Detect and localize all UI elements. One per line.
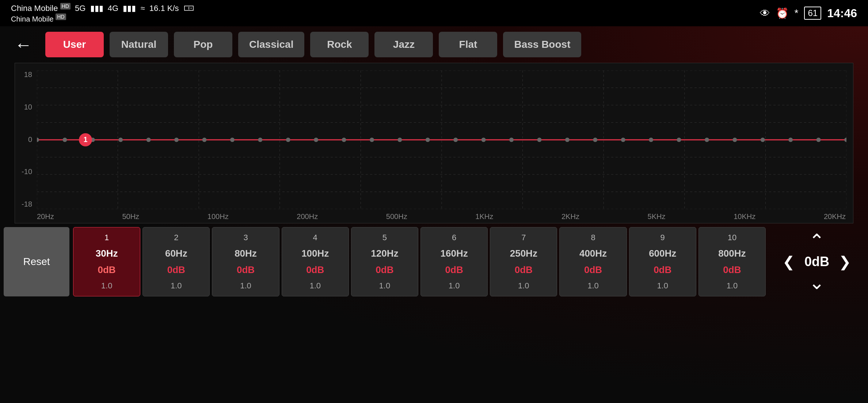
- band-cell-1[interactable]: 1 30Hz 0dB 1.0: [73, 227, 140, 296]
- band-cell-6[interactable]: 6 160Hz 0dB 1.0: [420, 227, 488, 296]
- preset-btn-classical[interactable]: Classical: [238, 32, 304, 57]
- band-cell-8[interactable]: 8 400Hz 0dB 1.0: [559, 227, 627, 296]
- bands-area: 1 30Hz 0dB 1.0 2 60Hz 0dB 1.0 3 80Hz 0dB…: [73, 227, 766, 296]
- eq-chart: 18 10 0 -10 -18 20Hz 50Hz 100Hz 200Hz 50…: [15, 63, 853, 223]
- nav-down-button[interactable]: ⌄: [809, 273, 825, 292]
- x-axis: 20Hz 50Hz 100Hz 200Hz 500Hz 1KHz 2KHz 5K…: [37, 210, 846, 223]
- preset-btn-pop[interactable]: Pop: [174, 32, 232, 57]
- band-cell-10[interactable]: 10 800Hz 0dB 1.0: [698, 227, 766, 296]
- band-controls: Reset 1 30Hz 0dB 1.0 2 60Hz 0dB 1.0 3 80…: [0, 223, 868, 296]
- carrier-info: China Mobile HD 5G ▮▮▮ 4G ▮▮▮ ≈ 16.1 K/s…: [11, 3, 194, 23]
- battery-indicator: 61: [804, 7, 821, 20]
- nav-value-display: 0dB: [802, 254, 831, 269]
- band-cell-3[interactable]: 3 80Hz 0dB 1.0: [212, 227, 279, 296]
- preset-btn-bass-boost[interactable]: Bass Boost: [503, 32, 581, 57]
- bluetooth-icon: *: [795, 7, 799, 19]
- preset-header: ← UserNaturalPopClassicalRockJazzFlatBas…: [0, 26, 868, 63]
- nav-row: ❮ 0dB ❯: [783, 254, 851, 269]
- back-button[interactable]: ←: [15, 35, 32, 55]
- nav-up-button[interactable]: ⌃: [809, 231, 825, 250]
- status-right: 👁 ⏰ * 61 14:46: [760, 7, 857, 20]
- nav-left-button[interactable]: ❮: [783, 254, 795, 269]
- carrier1-label: China Mobile HD 5G ▮▮▮ 4G ▮▮▮ ≈ 16.1 K/s…: [11, 3, 194, 13]
- time-display: 14:46: [827, 7, 857, 20]
- preset-btn-rock[interactable]: Rock: [310, 32, 369, 57]
- eye-icon: 👁: [760, 7, 770, 19]
- preset-btn-user[interactable]: User: [45, 32, 104, 57]
- reset-button[interactable]: Reset: [4, 227, 69, 296]
- band-cell-2[interactable]: 2 60Hz 0dB 1.0: [142, 227, 210, 296]
- eq-canvas[interactable]: [37, 70, 846, 209]
- status-bar: China Mobile HD 5G ▮▮▮ 4G ▮▮▮ ≈ 16.1 K/s…: [0, 0, 868, 26]
- band-cell-7[interactable]: 7 250Hz 0dB 1.0: [490, 227, 557, 296]
- preset-btn-natural[interactable]: Natural: [110, 32, 168, 57]
- band-cell-4[interactable]: 4 100Hz 0dB 1.0: [282, 227, 349, 296]
- main-content: ← UserNaturalPopClassicalRockJazzFlatBas…: [0, 26, 868, 403]
- preset-btn-jazz[interactable]: Jazz: [374, 32, 433, 57]
- band-cell-5[interactable]: 5 120Hz 0dB 1.0: [351, 227, 418, 296]
- nav-right-button[interactable]: ❯: [839, 254, 851, 269]
- preset-btn-flat[interactable]: Flat: [439, 32, 497, 57]
- band-cell-9[interactable]: 9 600Hz 0dB 1.0: [629, 227, 696, 296]
- alarm-icon: ⏰: [776, 7, 789, 19]
- preset-buttons: UserNaturalPopClassicalRockJazzFlatBass …: [45, 32, 581, 57]
- carrier2-label: China Mobile HD: [11, 14, 194, 23]
- nav-controls: ⌃ ❮ 0dB ❯ ⌄: [766, 227, 868, 296]
- y-axis: 18 10 0 -10 -18: [15, 70, 35, 208]
